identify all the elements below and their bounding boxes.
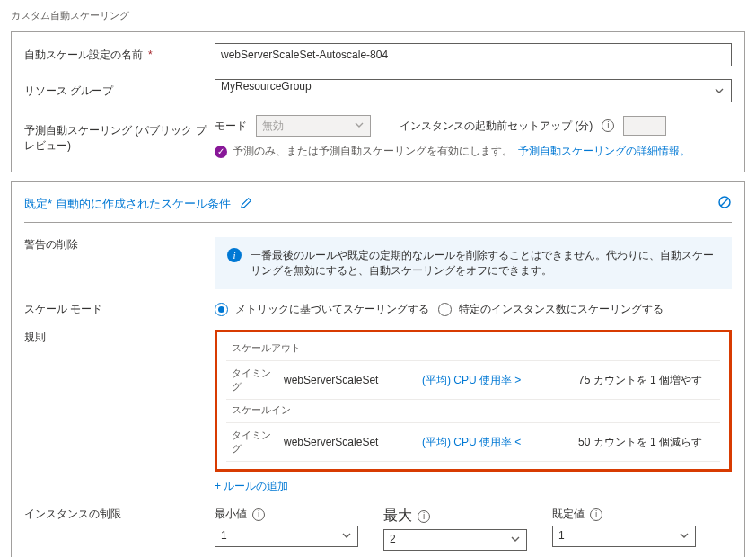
rule-in-metric: (平均) CPU 使用率 < <box>422 435 575 450</box>
default-select[interactable]: 1 <box>552 526 696 547</box>
radio-scale-fixed-label: 特定のインスタンス数にスケーリングする <box>459 302 664 317</box>
rule-in-condition: 50 カウントを 1 個減らす <box>578 435 715 450</box>
page-title: カスタム自動スケーリング <box>11 9 745 22</box>
chevron-down-icon <box>354 119 365 133</box>
radio-scale-by-metric[interactable] <box>215 303 228 316</box>
settings-group: 自動スケール設定の名前* リソース グループ MyResourceGroup 予… <box>11 31 745 172</box>
prelaunch-setup-label: インスタンスの起動前セットアップ (分) <box>400 119 593 134</box>
scale-mode-label: スケール モード <box>24 302 215 317</box>
mode-select[interactable]: 無効 <box>256 115 371 137</box>
add-rule-link[interactable]: + ルールの追加 <box>215 479 288 494</box>
condition-title: 既定* 自動的に作成されたスケール条件 <box>24 196 231 212</box>
info-icon[interactable]: i <box>602 119 614 132</box>
min-label: 最小値 <box>215 507 247 522</box>
max-select[interactable]: 2 <box>383 529 527 551</box>
rules-box: スケールアウト タイミング webServerScaleSet (平均) CPU… <box>215 330 732 472</box>
info-icon[interactable]: i <box>418 510 430 523</box>
rule-out-metric: (平均) CPU 使用率 > <box>422 373 575 388</box>
scale-condition-group: 既定* 自動的に作成されたスケール条件 警告の削除 i 一番最後のルールや既定の… <box>11 181 745 557</box>
autoscale-name-label: 自動スケール設定の名前* <box>24 48 215 63</box>
info-icon[interactable]: i <box>252 508 265 521</box>
info-icon[interactable]: i <box>590 508 602 521</box>
predictive-autoscale-label: 予測自動スケーリング (パブリック プレビュー) <box>24 121 215 154</box>
predictive-warning-text: 予測のみ、または予測自動スケーリングを有効にします。 <box>233 144 513 159</box>
max-label: 最大 <box>383 507 412 526</box>
resource-group-label: リソース グループ <box>24 84 215 99</box>
prelaunch-setup-input[interactable] <box>623 116 666 136</box>
scale-out-heading: スケールアウト <box>226 338 720 360</box>
chevron-down-icon <box>510 534 521 547</box>
autoscale-name-input[interactable] <box>215 43 732 66</box>
edit-icon[interactable] <box>240 197 252 212</box>
scale-out-rule[interactable]: タイミング webServerScaleSet (平均) CPU 使用率 > 7… <box>226 360 720 400</box>
timing-label: タイミング <box>232 367 280 393</box>
info-icon: i <box>227 248 242 262</box>
scale-in-heading: スケールイン <box>226 400 720 422</box>
min-select[interactable]: 1 <box>215 526 358 547</box>
default-label: 既定値 <box>552 507 585 522</box>
predictive-info-link[interactable]: 予測自動スケーリングの詳細情報。 <box>518 144 690 159</box>
delete-warning-banner: i 一番最後のルールや既定の定期的なルールを削除することはできません。代わりに、… <box>215 237 732 289</box>
rules-label: 規則 <box>24 330 215 345</box>
svg-line-1 <box>721 199 728 206</box>
warning-icon: ✓ <box>215 146 227 158</box>
rule-in-target: webServerScaleSet <box>284 436 418 448</box>
radio-scale-fixed[interactable] <box>438 303 452 316</box>
disable-icon[interactable] <box>717 195 732 213</box>
rule-out-condition: 75 カウントを 1 個増やす <box>578 373 715 388</box>
delete-warning-label: 警告の削除 <box>24 237 215 252</box>
rule-out-target: webServerScaleSet <box>284 374 418 386</box>
resource-group-select[interactable]: MyResourceGroup <box>215 79 732 102</box>
scale-in-rule[interactable]: タイミング webServerScaleSet (平均) CPU 使用率 < 5… <box>226 422 720 462</box>
chevron-down-icon <box>679 530 690 544</box>
instance-limits-label: インスタンスの制限 <box>24 507 215 522</box>
timing-label: タイミング <box>232 429 280 455</box>
chevron-down-icon <box>341 530 352 544</box>
radio-scale-by-metric-label: メトリックに基づいてスケーリングする <box>235 302 429 317</box>
mode-label: モード <box>215 119 247 134</box>
